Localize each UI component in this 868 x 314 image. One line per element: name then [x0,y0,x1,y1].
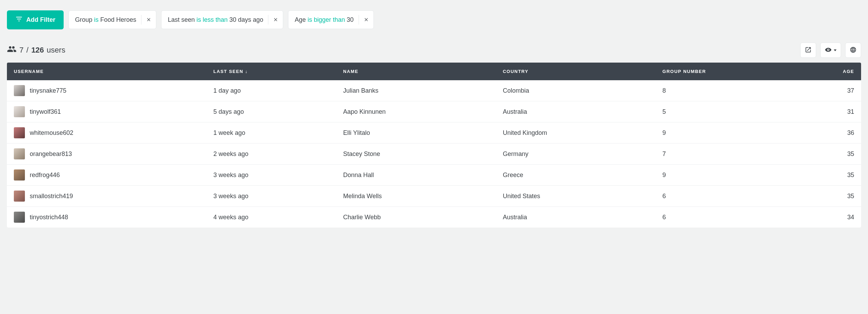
col-last-seen[interactable]: Last seen ↓ [206,63,336,80]
avatar [14,148,25,159]
globe-icon [850,46,857,54]
globe-button[interactable] [845,43,861,58]
summary-filtered: 7 [19,46,24,55]
cell-name: Charlie Webb [336,207,496,228]
chip-value: 30 days ago [229,16,263,23]
cell-group-number: 7 [656,144,805,164]
cell-group-number: 8 [656,80,805,101]
users-table: Username Last seen ↓ Name Country Group … [7,63,861,228]
cell-country: Colombia [496,80,656,101]
filter-chip[interactable]: Age is bigger than 30 [288,10,373,29]
chip-operator: is bigger than [307,16,345,23]
cell-name: Stacey Stone [336,144,496,164]
summary-sep: / [26,46,28,55]
table-row[interactable]: smallostrich4193 weeks agoMelinda WellsU… [7,185,861,206]
chip-field: Last seen [168,16,195,23]
col-username[interactable]: Username [7,63,206,80]
cell-group-number: 6 [656,207,805,228]
cell-age: 31 [805,101,861,122]
cell-username-text: orangebear813 [30,150,72,158]
add-filter-label: Add Filter [26,16,55,24]
people-icon [7,44,17,56]
avatar [14,212,25,223]
table-row[interactable]: orangebear8132 weeks agoStacey StoneGerm… [7,143,861,164]
cell-username: redfrog446 [7,165,206,185]
avatar [14,127,25,138]
chip-field: Group [75,16,92,23]
filter-icon [15,15,23,25]
cell-age: 35 [805,165,861,185]
avatar [14,191,25,202]
table-row[interactable]: whitemouse6021 week agoElli YlitaloUnite… [7,122,861,143]
cell-name: Julian Banks [336,80,496,101]
cell-username: orangebear813 [7,144,206,164]
eye-icon [825,46,832,54]
cell-username-text: whitemouse602 [30,129,73,137]
cell-username-text: tinywolf361 [30,108,61,116]
cell-username: whitemouse602 [7,122,206,143]
cell-last-seen: 4 weeks ago [206,207,336,228]
visibility-dropdown-button[interactable] [820,43,841,58]
cell-age: 35 [805,144,861,164]
cell-name: Donna Hall [336,165,496,185]
table-body: tinysnake7751 day agoJulian BanksColombi… [7,80,861,228]
close-icon [273,16,278,24]
filter-chip-remove[interactable] [268,11,283,29]
avatar [14,85,25,96]
cell-last-seen: 3 weeks ago [206,165,336,185]
export-icon [805,46,812,54]
cell-age: 37 [805,80,861,101]
cell-country: United Kingdom [496,122,656,143]
cell-country: Australia [496,101,656,122]
cell-last-seen: 2 weeks ago [206,144,336,164]
cell-username-text: smallostrich419 [30,193,73,200]
filter-chip[interactable]: Last seen is less than 30 days ago [161,10,283,29]
close-icon [364,16,369,24]
cell-age: 35 [805,186,861,206]
cell-username-text: tinysnake775 [30,87,66,94]
table-row[interactable]: tinywolf3615 days agoAapo KinnunenAustra… [7,101,861,122]
cell-username: tinysnake775 [7,80,206,101]
table-row[interactable]: redfrog4463 weeks agoDonna HallGreece935 [7,164,861,185]
cell-username: smallostrich419 [7,186,206,206]
add-filter-button[interactable]: Add Filter [7,10,64,29]
filters-row: Add Filter Group is Food Heroes Last see… [7,10,861,29]
avatar [14,169,25,181]
chip-operator: is less than [196,16,228,23]
cell-username-text: tinyostrich448 [30,214,68,221]
chip-field: Age [295,16,306,23]
filter-chip-remove[interactable] [141,11,156,29]
cell-country: Australia [496,207,656,228]
summary-count: 7 / 126 users [7,44,65,56]
col-age[interactable]: Age [805,63,861,80]
cell-group-number: 9 [656,122,805,143]
summary-word: users [47,46,65,55]
table-row[interactable]: tinysnake7751 day agoJulian BanksColombi… [7,80,861,101]
chip-value: Food Heroes [100,16,136,23]
cell-country: Germany [496,144,656,164]
chip-value: 30 [347,16,353,23]
avatar [14,106,25,117]
table-header: Username Last seen ↓ Name Country Group … [7,63,861,80]
col-name[interactable]: Name [336,63,496,80]
cell-age: 36 [805,122,861,143]
cell-group-number: 9 [656,165,805,185]
table-actions [800,43,861,58]
cell-country: Greece [496,165,656,185]
col-group-number[interactable]: Group Number [656,63,805,80]
cell-age: 34 [805,207,861,228]
export-button[interactable] [800,43,816,58]
cell-name: Melinda Wells [336,186,496,206]
cell-last-seen: 3 weeks ago [206,186,336,206]
filter-chip-remove[interactable] [359,11,373,29]
cell-group-number: 6 [656,186,805,206]
table-row[interactable]: tinyostrich4484 weeks agoCharlie WebbAus… [7,206,861,228]
summary-row: 7 / 126 users [7,43,861,58]
cell-name: Elli Ylitalo [336,122,496,143]
col-country[interactable]: Country [496,63,656,80]
summary-total: 126 [31,46,44,55]
cell-name: Aapo Kinnunen [336,101,496,122]
cell-last-seen: 5 days ago [206,101,336,122]
chevron-down-icon [834,49,837,51]
filter-chip[interactable]: Group is Food Heroes [68,10,156,29]
